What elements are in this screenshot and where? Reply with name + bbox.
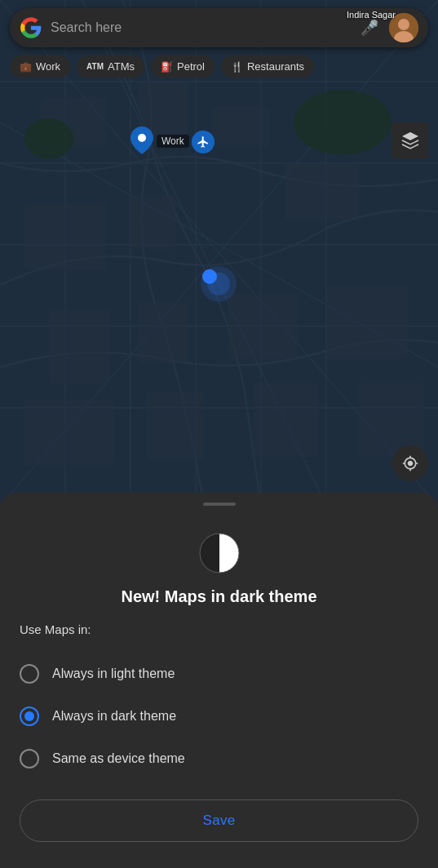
theme-options: Always in light theme Always in dark the… [20,653,418,780]
microphone-icon[interactable]: 🎤 [358,16,381,39]
svg-rect-21 [49,310,110,383]
svg-rect-24 [326,286,408,359]
radio-light-circle [20,664,39,684]
svg-point-36 [138,134,146,142]
category-restaurants[interactable]: 🍴 Restaurants [221,55,314,78]
svg-rect-27 [253,383,318,457]
petrol-icon: ⛽ [161,61,173,73]
option-dark-label: Always in dark theme [52,709,176,724]
category-work[interactable]: 💼 Work [10,55,70,78]
save-button[interactable]: Save [20,799,418,842]
theme-icon [198,532,241,574]
option-light-label: Always in light theme [52,666,175,681]
bottom-sheet: New! Maps in dark theme Use Maps in: Alw… [0,493,438,868]
svg-rect-22 [139,302,188,363]
atm-icon: ATM [86,62,104,71]
layer-button[interactable] [392,122,428,158]
work-pin: Work [131,126,189,154]
dialog-title: New! Maps in dark theme [121,587,316,606]
search-input[interactable]: Search here [51,20,358,35]
svg-rect-23 [228,294,298,359]
radio-dark-inner [24,711,34,721]
option-light-theme[interactable]: Always in light theme [20,653,418,695]
dialog-subtitle: Use Maps in: [20,622,418,636]
category-bar: 💼 Work ATM ATMs ⛽ Petrol 🍴 Restaurants [0,55,438,78]
radio-dark-circle [20,706,39,726]
category-atms[interactable]: ATM ATMs [77,55,144,78]
google-logo-icon [20,16,42,39]
airplane-pin [192,131,215,153]
svg-point-30 [24,118,73,159]
user-name-label: Indira Sagar [347,10,396,20]
svg-rect-17 [212,106,269,147]
svg-point-34 [398,19,409,30]
category-atms-label: ATMs [108,60,135,73]
svg-rect-18 [24,204,106,269]
work-icon: 💼 [20,61,32,73]
map-area: Search here 🎤 Indira Sagar 💼 Work ATM AT… [0,0,438,506]
svg-point-29 [294,90,392,155]
radio-device-circle [20,749,39,768]
location-button[interactable] [392,445,428,481]
current-location-dot [202,269,217,284]
option-device-theme[interactable]: Same as device theme [20,737,418,780]
category-work-label: Work [36,60,60,73]
category-petrol[interactable]: ⛽ Petrol [151,55,215,78]
svg-rect-25 [24,400,114,465]
option-device-label: Same as device theme [52,751,185,766]
work-pin-label: Work [157,135,189,148]
category-restaurants-label: Restaurants [247,60,304,73]
restaurant-icon: 🍴 [231,61,243,73]
svg-rect-20 [285,163,359,220]
category-petrol-label: Petrol [177,60,205,73]
sheet-handle [203,503,236,506]
svg-rect-26 [147,392,204,461]
svg-rect-19 [131,196,175,249]
option-dark-theme[interactable]: Always in dark theme [20,695,418,737]
